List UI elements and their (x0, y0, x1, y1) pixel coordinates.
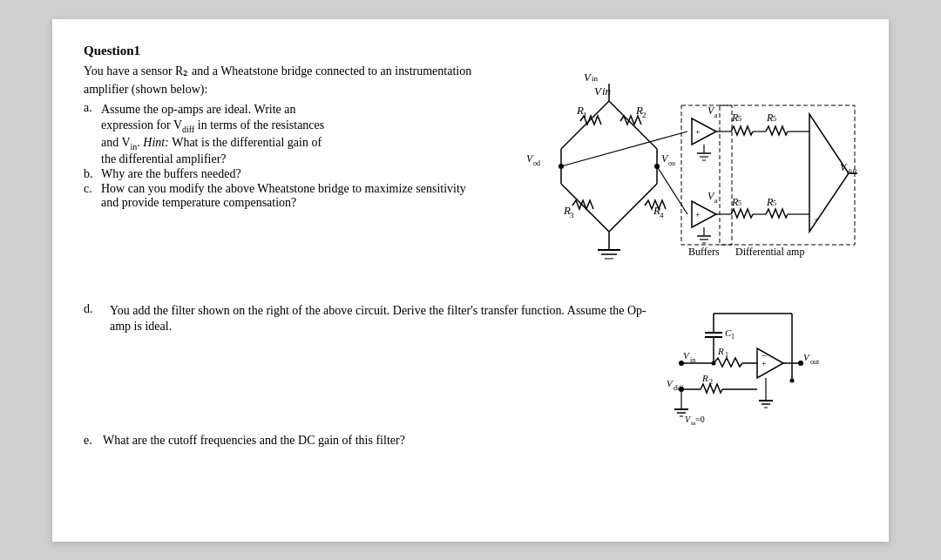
item-e-text: What are the cutoff frequencies and the … (103, 434, 405, 448)
question-title: Question1 (84, 44, 857, 58)
svg-text:5: 5 (773, 115, 776, 123)
filter-circuit: V in C 1 (666, 298, 857, 428)
main-circuit-svg: R 1 R 2 R 3 R 4 V in (474, 62, 857, 297)
svg-text:in: in (592, 74, 599, 83)
item-a-text1: Assume the op-amps are ideal. Write an (101, 103, 296, 116)
item-c: c. How can you modify the above Wheatsto… (84, 182, 474, 210)
svg-text:diff: diff (674, 384, 684, 392)
svg-text:R: R (701, 373, 708, 383)
svg-text:5: 5 (773, 199, 776, 207)
svg-text:5: 5 (738, 115, 741, 123)
svg-text:+: + (695, 210, 701, 219)
svg-text:Differential amp: Differential amp (735, 246, 804, 258)
item-c-text: How can you modify the above Wheatstone … (101, 182, 474, 210)
svg-text:V: V (683, 350, 690, 361)
item-d: d. You add the filter shown on the right… (84, 302, 857, 428)
svg-text:1: 1 (731, 333, 735, 341)
svg-line-45 (657, 166, 687, 214)
svg-text:2: 2 (709, 378, 713, 386)
svg-text:3: 3 (570, 211, 574, 219)
svg-text:out: out (810, 358, 820, 366)
svg-line-0 (561, 101, 609, 149)
item-e-label: e. (84, 434, 99, 448)
svg-line-9 (609, 184, 657, 232)
item-b-label: b. (84, 167, 98, 181)
item-b: b. Why are the buffers needed? (84, 167, 474, 181)
svg-text:−: − (762, 349, 768, 361)
item-d-text: You add the filter shown on the right of… (110, 304, 647, 333)
item-a: a. Assume the op-amps are ideal. Write a… (84, 101, 474, 167)
svg-text:V: V (667, 378, 674, 388)
svg-text:od: od (533, 159, 540, 167)
item-e: e. What are the cutoff frequencies and t… (84, 434, 857, 448)
svg-text:+: + (695, 127, 701, 137)
item-c-label: c. (84, 182, 98, 210)
svg-text:a: a (714, 197, 718, 205)
item-a-text4: the differential amplifier? (101, 152, 227, 165)
svg-point-87 (790, 378, 795, 382)
main-circuit-diagram: R 1 R 2 R 3 R 4 V in (474, 62, 857, 297)
svg-text:Buffers: Buffers (688, 246, 720, 258)
svg-text:diff: diff (847, 168, 857, 176)
svg-text:1: 1 (725, 351, 728, 359)
item-a-label: a. (84, 101, 98, 167)
svg-text:2: 2 (642, 111, 647, 119)
svg-text:ou: ou (668, 159, 675, 167)
item-a-text2: expression for Vdiff in terms of the res… (101, 118, 324, 132)
svg-text:5: 5 (738, 199, 741, 207)
svg-text:R: R (717, 346, 724, 356)
item-b-text: Why are the buffers needed? (101, 167, 241, 181)
filter-svg: V in C 1 (666, 298, 857, 428)
page: Question1 You have a sensor R₂ and a Whe… (52, 19, 889, 542)
svg-text:a: a (714, 111, 718, 119)
item-d-label: d. (84, 302, 103, 316)
item-a-text3: and Vin. Hint: What is the differential … (101, 136, 322, 149)
svg-text:=0: =0 (695, 415, 705, 424)
svg-text:V: V (803, 352, 810, 362)
svg-text:1: 1 (583, 111, 587, 119)
intro-text: You have a sensor R₂ and a Wheatstone br… (84, 62, 474, 99)
svg-text:4: 4 (660, 211, 664, 219)
svg-text:+: + (814, 214, 819, 225)
